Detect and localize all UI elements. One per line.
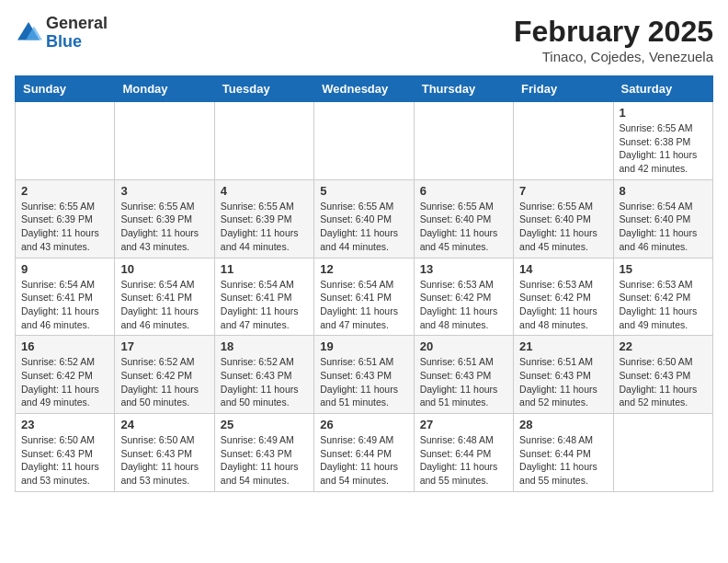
day-info: Sunrise: 6:55 AM Sunset: 6:40 PM Dayligh… xyxy=(519,200,607,254)
calendar-week-row: 9Sunrise: 6:54 AM Sunset: 6:41 PM Daylig… xyxy=(16,258,713,336)
calendar-week-row: 23Sunrise: 6:50 AM Sunset: 6:43 PM Dayli… xyxy=(16,414,713,492)
day-info: Sunrise: 6:55 AM Sunset: 6:39 PM Dayligh… xyxy=(221,200,308,254)
calendar-cell: 21Sunrise: 6:51 AM Sunset: 6:43 PM Dayli… xyxy=(514,336,613,414)
day-number: 21 xyxy=(519,339,607,353)
calendar: SundayMondayTuesdayWednesdayThursdayFrid… xyxy=(15,75,713,492)
day-number: 22 xyxy=(620,339,707,353)
calendar-cell: 27Sunrise: 6:48 AM Sunset: 6:44 PM Dayli… xyxy=(414,414,513,492)
calendar-cell: 18Sunrise: 6:52 AM Sunset: 6:43 PM Dayli… xyxy=(214,336,313,414)
day-info: Sunrise: 6:48 AM Sunset: 6:44 PM Dayligh… xyxy=(519,433,607,488)
day-number: 4 xyxy=(221,184,308,198)
day-number: 15 xyxy=(620,262,707,276)
day-info: Sunrise: 6:54 AM Sunset: 6:41 PM Dayligh… xyxy=(21,278,108,332)
calendar-day-header: Friday xyxy=(514,76,613,102)
calendar-cell: 28Sunrise: 6:48 AM Sunset: 6:44 PM Dayli… xyxy=(514,414,613,492)
day-number: 6 xyxy=(420,184,507,198)
calendar-cell: 25Sunrise: 6:49 AM Sunset: 6:43 PM Dayli… xyxy=(214,414,313,492)
calendar-cell: 19Sunrise: 6:51 AM Sunset: 6:43 PM Dayli… xyxy=(314,336,414,414)
day-number: 1 xyxy=(620,106,707,120)
calendar-cell: 4Sunrise: 6:55 AM Sunset: 6:39 PM Daylig… xyxy=(214,179,313,258)
day-number: 25 xyxy=(221,418,308,431)
day-number: 17 xyxy=(120,339,208,353)
day-info: Sunrise: 6:55 AM Sunset: 6:38 PM Dayligh… xyxy=(620,121,707,176)
calendar-day-header: Monday xyxy=(115,76,214,102)
calendar-week-row: 16Sunrise: 6:52 AM Sunset: 6:42 PM Dayli… xyxy=(16,336,713,414)
day-info: Sunrise: 6:53 AM Sunset: 6:42 PM Dayligh… xyxy=(420,278,507,332)
calendar-cell: 11Sunrise: 6:54 AM Sunset: 6:41 PM Dayli… xyxy=(214,258,313,336)
day-number: 2 xyxy=(21,184,108,198)
calendar-cell xyxy=(16,102,115,180)
logo-blue: Blue xyxy=(46,32,82,51)
calendar-cell: 23Sunrise: 6:50 AM Sunset: 6:43 PM Dayli… xyxy=(16,414,115,492)
day-info: Sunrise: 6:55 AM Sunset: 6:39 PM Dayligh… xyxy=(21,200,108,254)
day-info: Sunrise: 6:50 AM Sunset: 6:43 PM Dayligh… xyxy=(21,433,108,488)
day-info: Sunrise: 6:54 AM Sunset: 6:41 PM Dayligh… xyxy=(120,278,208,332)
calendar-cell: 6Sunrise: 6:55 AM Sunset: 6:40 PM Daylig… xyxy=(414,179,513,258)
calendar-cell xyxy=(514,102,613,180)
day-number: 3 xyxy=(120,184,208,198)
calendar-day-header: Saturday xyxy=(613,76,712,102)
day-info: Sunrise: 6:49 AM Sunset: 6:43 PM Dayligh… xyxy=(221,433,308,488)
day-info: Sunrise: 6:53 AM Sunset: 6:42 PM Dayligh… xyxy=(620,278,707,332)
day-number: 16 xyxy=(21,339,108,353)
day-number: 11 xyxy=(221,262,308,276)
day-info: Sunrise: 6:54 AM Sunset: 6:40 PM Dayligh… xyxy=(620,200,707,254)
calendar-cell: 14Sunrise: 6:53 AM Sunset: 6:42 PM Dayli… xyxy=(514,258,613,336)
day-number: 28 xyxy=(519,418,607,431)
calendar-week-row: 2Sunrise: 6:55 AM Sunset: 6:39 PM Daylig… xyxy=(16,179,713,258)
calendar-cell xyxy=(115,102,214,180)
day-number: 18 xyxy=(221,339,308,353)
logo: General Blue xyxy=(15,15,108,52)
day-number: 5 xyxy=(320,184,407,198)
day-info: Sunrise: 6:51 AM Sunset: 6:43 PM Dayligh… xyxy=(420,355,507,409)
day-number: 19 xyxy=(320,339,407,353)
calendar-cell: 20Sunrise: 6:51 AM Sunset: 6:43 PM Dayli… xyxy=(414,336,513,414)
day-number: 24 xyxy=(120,418,208,431)
day-number: 27 xyxy=(420,418,507,431)
header: General Blue February 2025 Tinaco, Cojed… xyxy=(15,15,713,64)
calendar-cell: 1Sunrise: 6:55 AM Sunset: 6:38 PM Daylig… xyxy=(613,102,712,180)
calendar-week-row: 1Sunrise: 6:55 AM Sunset: 6:38 PM Daylig… xyxy=(16,102,713,180)
day-info: Sunrise: 6:50 AM Sunset: 6:43 PM Dayligh… xyxy=(120,433,208,488)
calendar-cell: 22Sunrise: 6:50 AM Sunset: 6:43 PM Dayli… xyxy=(613,336,712,414)
day-info: Sunrise: 6:48 AM Sunset: 6:44 PM Dayligh… xyxy=(420,433,507,488)
calendar-cell xyxy=(613,414,712,492)
calendar-cell xyxy=(314,102,414,180)
day-number: 12 xyxy=(320,262,407,276)
day-info: Sunrise: 6:52 AM Sunset: 6:43 PM Dayligh… xyxy=(221,355,308,409)
calendar-day-header: Tuesday xyxy=(214,76,313,102)
day-number: 23 xyxy=(21,418,108,431)
calendar-cell: 13Sunrise: 6:53 AM Sunset: 6:42 PM Dayli… xyxy=(414,258,513,336)
calendar-day-header: Wednesday xyxy=(314,76,414,102)
day-number: 14 xyxy=(519,262,607,276)
day-info: Sunrise: 6:50 AM Sunset: 6:43 PM Dayligh… xyxy=(620,355,707,409)
day-number: 8 xyxy=(620,184,707,198)
day-info: Sunrise: 6:54 AM Sunset: 6:41 PM Dayligh… xyxy=(221,278,308,332)
calendar-cell xyxy=(214,102,313,180)
day-info: Sunrise: 6:51 AM Sunset: 6:43 PM Dayligh… xyxy=(320,355,407,409)
calendar-cell: 15Sunrise: 6:53 AM Sunset: 6:42 PM Dayli… xyxy=(613,258,712,336)
day-info: Sunrise: 6:55 AM Sunset: 6:40 PM Dayligh… xyxy=(420,200,507,254)
logo-icon xyxy=(15,19,42,47)
page-subtitle: Tinaco, Cojedes, Venezuela xyxy=(514,49,713,64)
day-info: Sunrise: 6:52 AM Sunset: 6:42 PM Dayligh… xyxy=(21,355,108,409)
page-title: February 2025 xyxy=(514,15,713,49)
calendar-cell xyxy=(414,102,513,180)
logo-general: General xyxy=(46,14,108,32)
calendar-cell: 9Sunrise: 6:54 AM Sunset: 6:41 PM Daylig… xyxy=(16,258,115,336)
calendar-cell: 3Sunrise: 6:55 AM Sunset: 6:39 PM Daylig… xyxy=(115,179,214,258)
day-info: Sunrise: 6:52 AM Sunset: 6:42 PM Dayligh… xyxy=(120,355,208,409)
calendar-cell: 7Sunrise: 6:55 AM Sunset: 6:40 PM Daylig… xyxy=(514,179,613,258)
title-area: February 2025 Tinaco, Cojedes, Venezuela xyxy=(514,15,713,64)
day-number: 26 xyxy=(320,418,407,431)
day-info: Sunrise: 6:53 AM Sunset: 6:42 PM Dayligh… xyxy=(519,278,607,332)
calendar-cell: 8Sunrise: 6:54 AM Sunset: 6:40 PM Daylig… xyxy=(613,179,712,258)
calendar-header-row: SundayMondayTuesdayWednesdayThursdayFrid… xyxy=(16,76,713,102)
calendar-cell: 26Sunrise: 6:49 AM Sunset: 6:44 PM Dayli… xyxy=(314,414,414,492)
calendar-cell: 10Sunrise: 6:54 AM Sunset: 6:41 PM Dayli… xyxy=(115,258,214,336)
calendar-body: 1Sunrise: 6:55 AM Sunset: 6:38 PM Daylig… xyxy=(16,102,713,492)
calendar-cell: 24Sunrise: 6:50 AM Sunset: 6:43 PM Dayli… xyxy=(115,414,214,492)
day-number: 7 xyxy=(519,184,607,198)
logo-text: General Blue xyxy=(46,15,108,52)
calendar-cell: 2Sunrise: 6:55 AM Sunset: 6:39 PM Daylig… xyxy=(16,179,115,258)
